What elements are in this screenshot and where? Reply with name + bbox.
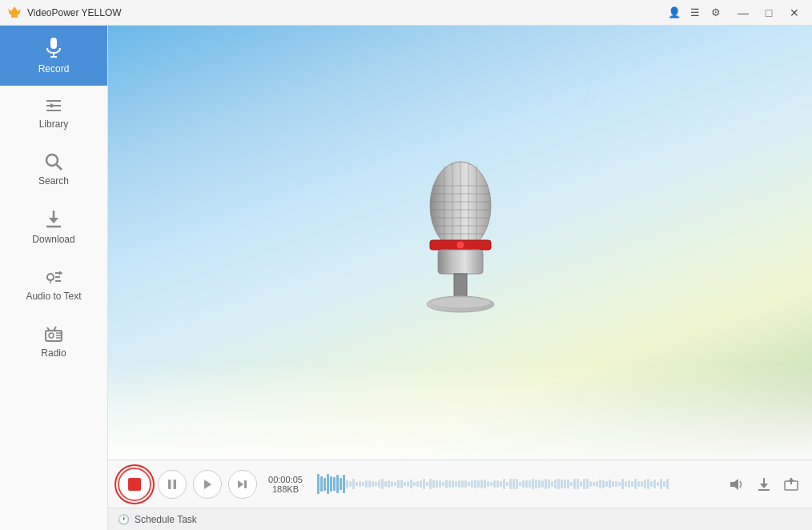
waveform-bar (535, 480, 537, 488)
waveform-bar (589, 481, 592, 486)
waveform-bar (477, 480, 480, 487)
sidebar-item-audio-to-text[interactable]: Audio to Text (0, 256, 107, 313)
app-logo (6, 5, 22, 21)
waveform-bar (413, 482, 416, 486)
music-note-3: ♫ (580, 86, 597, 112)
svg-marker-48 (238, 480, 243, 488)
waveform-bar (596, 481, 598, 487)
sidebar-item-search-label: Search (38, 175, 69, 187)
export-button[interactable] (780, 473, 802, 496)
waveform-bar (493, 480, 496, 487)
sidebar-item-download[interactable]: Download (0, 198, 107, 256)
waveform (314, 471, 719, 498)
main-content: ♩ ♪ ♫ (108, 26, 812, 530)
waveform-bar (516, 479, 518, 490)
sidebar-item-radio[interactable]: Radio (0, 313, 107, 370)
svg-marker-8 (50, 103, 55, 108)
close-button[interactable]: ✕ (783, 5, 806, 21)
schedule-label[interactable]: Schedule Task (135, 514, 197, 525)
svg-point-20 (49, 333, 54, 338)
clouds-overlay (108, 363, 812, 460)
sidebar-item-library[interactable]: Library (0, 86, 107, 141)
volume-button[interactable] (726, 473, 748, 496)
stop-button[interactable] (118, 468, 151, 501)
waveform-bar (480, 480, 483, 488)
waveform-bar (368, 480, 371, 488)
title-bar: VideoPower YELLOW 👤 ☰ ⚙ — □ ✕ (0, 0, 812, 26)
waveform-bar (436, 480, 438, 488)
waveform-bar (439, 480, 441, 488)
svg-point-44 (430, 297, 491, 308)
stop-icon (128, 478, 141, 491)
waveform-bar (471, 480, 473, 488)
waveform-bar (538, 480, 541, 488)
sidebar-item-audio-to-text-label: Audio to Text (26, 291, 81, 302)
pause-button[interactable] (158, 470, 187, 499)
waveform-bar (346, 480, 348, 488)
microphone-icon (44, 37, 63, 59)
title-bar-actions: 👤 ☰ ⚙ (665, 5, 726, 21)
waveform-bar (625, 481, 627, 487)
waveform-bar (663, 481, 665, 487)
waveform-bar (529, 480, 531, 487)
schedule-clock-icon: 🕐 (118, 514, 130, 525)
waveform-bar (650, 481, 653, 486)
waveform-bar (426, 482, 428, 486)
svg-marker-0 (8, 6, 21, 14)
sky-background: ♩ ♪ ♫ (108, 26, 812, 460)
waveform-bar (362, 482, 364, 486)
download-audio-button[interactable] (753, 473, 775, 496)
svg-rect-2 (50, 38, 57, 49)
waveform-bar (551, 481, 553, 487)
library-icon (44, 97, 63, 114)
skip-button[interactable] (228, 470, 257, 499)
waveform-bar (631, 481, 633, 486)
waveform-bar (429, 479, 432, 488)
settings-icon-btn[interactable]: ⚙ (706, 5, 726, 21)
user-icon-btn[interactable]: 👤 (665, 5, 684, 21)
svg-rect-46 (174, 480, 177, 489)
waveform-bar (564, 480, 566, 488)
window-controls: — □ ✕ (732, 5, 806, 21)
sidebar-item-record[interactable]: Record (0, 26, 107, 86)
waveform-bar (474, 480, 476, 488)
waveform-bar (525, 480, 528, 487)
waveform-bar (404, 482, 406, 487)
waveform-bar (557, 479, 560, 490)
sidebar-item-download-label: Download (32, 234, 74, 245)
waveform-bar (496, 480, 499, 488)
transport-right-controls (726, 473, 802, 496)
play-button[interactable] (193, 470, 222, 499)
waveform-bar (647, 479, 649, 489)
radio-icon (43, 324, 64, 343)
waveform-bar (666, 479, 669, 489)
svg-marker-56 (788, 478, 794, 481)
waveform-bar (442, 482, 444, 487)
menu-icon-btn[interactable]: ☰ (685, 5, 705, 21)
waveform-bar (461, 480, 464, 487)
waveform-bar (352, 479, 355, 490)
waveform-bar (657, 482, 659, 485)
waveform-bar (612, 481, 614, 486)
app-title: VideoPower YELLOW (27, 7, 665, 18)
waveform-bar (602, 480, 605, 488)
minimize-button[interactable]: — (732, 5, 754, 21)
waveform-bar (468, 482, 470, 486)
search-icon (44, 152, 63, 171)
waveform-bar (580, 481, 582, 486)
waveform-bar (400, 480, 403, 489)
waveform-bar (583, 479, 585, 488)
waveform-bar (410, 480, 412, 489)
waveform-bar (570, 482, 573, 487)
svg-marker-52 (760, 484, 768, 488)
sidebar-item-record-label: Record (38, 63, 70, 74)
sidebar-item-search[interactable]: Search (0, 141, 107, 198)
transport-bar: 00:00:05 188KB (108, 460, 812, 508)
waveform-bar (365, 480, 368, 487)
waveform-bar (317, 474, 320, 495)
waveform-bar (567, 480, 569, 488)
waveform-bar (394, 482, 396, 485)
waveform-bar (618, 482, 621, 485)
waveform-bar (593, 482, 595, 485)
maximize-button[interactable]: □ (758, 5, 780, 21)
